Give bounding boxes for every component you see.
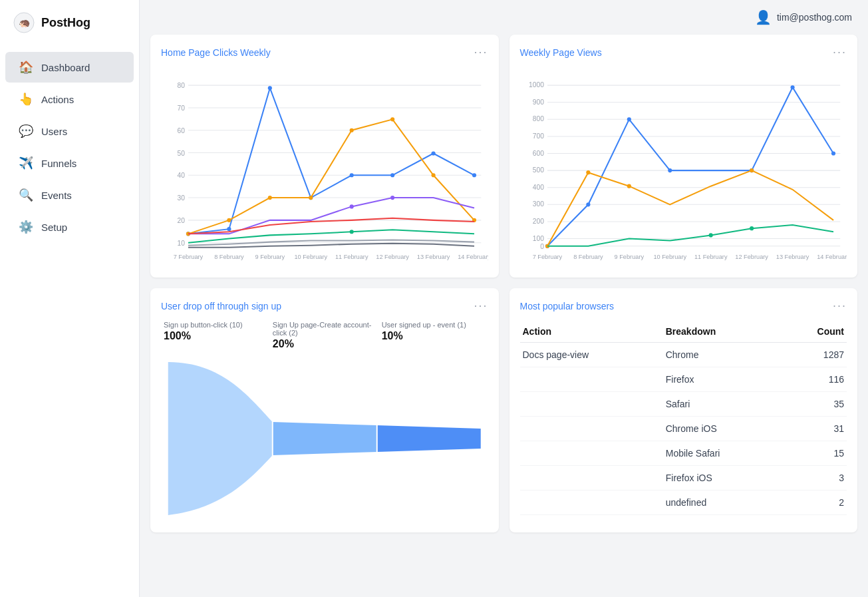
- svg-text:11 February: 11 February: [335, 254, 368, 260]
- svg-text:60: 60: [177, 127, 185, 134]
- svg-text:7 February: 7 February: [174, 254, 204, 260]
- table-row: Mobile Safari 15: [520, 441, 847, 466]
- actions-icon: 👆: [19, 92, 33, 106]
- funnel-menu[interactable]: ···: [474, 299, 488, 313]
- funnel-header: User drop off through sign up ···: [161, 299, 488, 313]
- svg-text:14 February: 14 February: [817, 254, 847, 260]
- events-icon: 🔍: [19, 188, 33, 202]
- svg-text:11 February: 11 February: [694, 254, 727, 260]
- svg-point-29: [309, 196, 313, 200]
- setup-icon: ⚙️: [19, 220, 33, 234]
- svg-text:900: 900: [532, 99, 543, 106]
- cell-breakdown: undefined: [663, 491, 782, 515]
- svg-text:10 February: 10 February: [653, 254, 686, 260]
- svg-point-69: [627, 117, 631, 121]
- svg-text:80: 80: [177, 82, 185, 89]
- cell-action: Docs page-view: [520, 343, 663, 367]
- cell-breakdown: Chrome iOS: [663, 417, 782, 441]
- svg-text:🦔: 🦔: [19, 17, 31, 29]
- cell-breakdown: Mobile Safari: [663, 441, 782, 466]
- users-icon: 💬: [19, 124, 33, 138]
- sidebar-item-dashboard[interactable]: 🏠 Dashboard: [5, 52, 134, 83]
- svg-point-73: [831, 151, 835, 155]
- funnel-step-2-pct: 20%: [273, 338, 376, 350]
- svg-point-68: [586, 202, 590, 206]
- cell-count: 15: [782, 441, 847, 466]
- svg-text:30: 30: [177, 194, 185, 202]
- browsers-card: Most popular browsers ··· Action Breakdo…: [509, 288, 858, 532]
- cell-count: 2: [782, 491, 847, 515]
- cell-breakdown: Firefox: [663, 367, 782, 392]
- svg-text:12 February: 12 February: [376, 254, 409, 260]
- logo-area: 🦔 PostHog: [0, 0, 139, 45]
- funnel-step-2-label: Sign Up page-Create account-click (2): [273, 321, 376, 337]
- funnel-visualization: [161, 355, 488, 522]
- funnels-icon: ✈️: [19, 156, 33, 170]
- home-page-clicks-menu[interactable]: ···: [474, 45, 488, 59]
- sidebar-label-users: Users: [41, 126, 67, 137]
- browsers-title: Most popular browsers: [520, 301, 615, 311]
- svg-point-20: [268, 86, 272, 90]
- browsers-header: Most popular browsers ···: [520, 299, 847, 313]
- sidebar-item-users[interactable]: 💬 Users: [5, 116, 134, 146]
- svg-text:13 February: 13 February: [776, 254, 809, 260]
- table-row: Firefox 116: [520, 367, 847, 392]
- home-page-clicks-header: Home Page Clicks Weekly ···: [161, 45, 488, 59]
- weekly-page-views-header: Weekly Page Views ···: [520, 45, 847, 59]
- sidebar-item-setup[interactable]: ⚙️ Setup: [5, 212, 134, 242]
- cell-count: 1287: [782, 343, 847, 367]
- sidebar-label-setup: Setup: [41, 222, 67, 233]
- svg-text:50: 50: [177, 150, 185, 157]
- weekly-page-views-title: Weekly Page Views: [520, 47, 602, 58]
- svg-point-70: [668, 168, 672, 172]
- svg-point-24: [432, 151, 436, 155]
- funnel-step-1: Sign up button-click (10) 100%: [161, 321, 270, 350]
- svg-point-25: [472, 173, 476, 177]
- svg-text:9 February: 9 February: [614, 254, 644, 260]
- svg-text:10: 10: [177, 240, 185, 247]
- svg-text:13 February: 13 February: [417, 254, 450, 260]
- home-page-clicks-card: Home Page Clicks Weekly ··· 80 70: [150, 35, 499, 278]
- svg-text:1000: 1000: [529, 81, 544, 89]
- cell-count: 31: [782, 417, 847, 441]
- home-page-clicks-chart: 80 70 60 50 40 30 20 10: [161, 67, 488, 267]
- cell-action: [520, 441, 663, 466]
- user-email: tim@posthog.com: [777, 12, 852, 23]
- cell-action: [520, 466, 663, 491]
- sidebar-item-events[interactable]: 🔍 Events: [5, 180, 134, 210]
- svg-text:70: 70: [177, 104, 185, 112]
- svg-point-30: [350, 128, 354, 132]
- col-breakdown: Breakdown: [663, 321, 782, 343]
- sidebar-label-events: Events: [41, 190, 72, 201]
- sidebar-item-actions[interactable]: 👆 Actions: [5, 84, 134, 114]
- svg-point-19: [227, 227, 231, 231]
- browsers-table: Action Breakdown Count Docs page-view Ch…: [520, 321, 847, 515]
- app-name: PostHog: [41, 16, 90, 30]
- svg-point-23: [390, 173, 394, 177]
- svg-text:700: 700: [532, 132, 543, 140]
- svg-text:12 February: 12 February: [735, 254, 768, 260]
- table-row: Docs page-view Chrome 1287: [520, 343, 847, 367]
- svg-text:800: 800: [532, 115, 543, 122]
- svg-point-28: [268, 196, 272, 200]
- sidebar-item-funnels[interactable]: ✈️ Funnels: [5, 148, 134, 178]
- svg-point-27: [227, 218, 231, 222]
- svg-point-75: [586, 170, 590, 174]
- funnel-step-1-label: Sign up button-click (10): [164, 321, 267, 329]
- funnel-step-1-pct: 100%: [164, 330, 267, 342]
- weekly-page-views-menu[interactable]: ···: [833, 45, 847, 59]
- table-row: undefined 2: [520, 491, 847, 515]
- user-avatar-icon: 👤: [755, 9, 772, 25]
- weekly-page-views-svg: 1000 900 800 700 600 500 400 300 200 100…: [520, 67, 847, 267]
- funnel-card: User drop off through sign up ··· Sign u…: [150, 288, 499, 532]
- funnel-steps-header: Sign up button-click (10) 100% Sign Up p…: [161, 321, 488, 350]
- table-row: Safari 35: [520, 392, 847, 417]
- sidebar-label-dashboard: Dashboard: [41, 62, 90, 73]
- cell-breakdown: Firefox iOS: [663, 466, 782, 491]
- browsers-menu[interactable]: ···: [833, 299, 847, 313]
- svg-point-34: [350, 204, 354, 208]
- svg-point-78: [708, 233, 712, 237]
- svg-point-22: [350, 173, 354, 177]
- svg-text:200: 200: [532, 218, 543, 225]
- funnel-step-3: User signed up - event (1) 10%: [379, 321, 488, 350]
